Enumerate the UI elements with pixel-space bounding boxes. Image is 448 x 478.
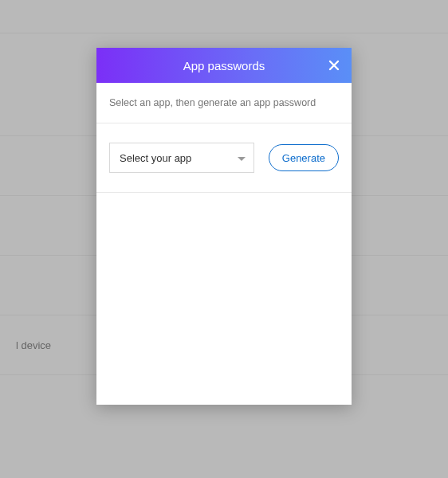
chevron-down-icon bbox=[238, 151, 246, 165]
app-passwords-modal: App passwords Select an app, then genera… bbox=[96, 48, 352, 405]
modal-body: Select your app Generate bbox=[96, 123, 352, 193]
generate-button[interactable]: Generate bbox=[269, 144, 339, 171]
modal-instruction: Select an app, then generate an app pass… bbox=[96, 83, 352, 123]
modal-overlay[interactable]: App passwords Select an app, then genera… bbox=[0, 0, 448, 478]
modal-header: App passwords bbox=[96, 48, 352, 83]
select-label: Select your app bbox=[120, 152, 191, 164]
generate-button-label: Generate bbox=[282, 152, 325, 164]
close-button[interactable] bbox=[324, 56, 344, 75]
close-icon bbox=[328, 59, 340, 72]
modal-empty-area bbox=[96, 193, 352, 405]
modal-title: App passwords bbox=[183, 59, 265, 72]
app-select-dropdown[interactable]: Select your app bbox=[109, 143, 254, 173]
